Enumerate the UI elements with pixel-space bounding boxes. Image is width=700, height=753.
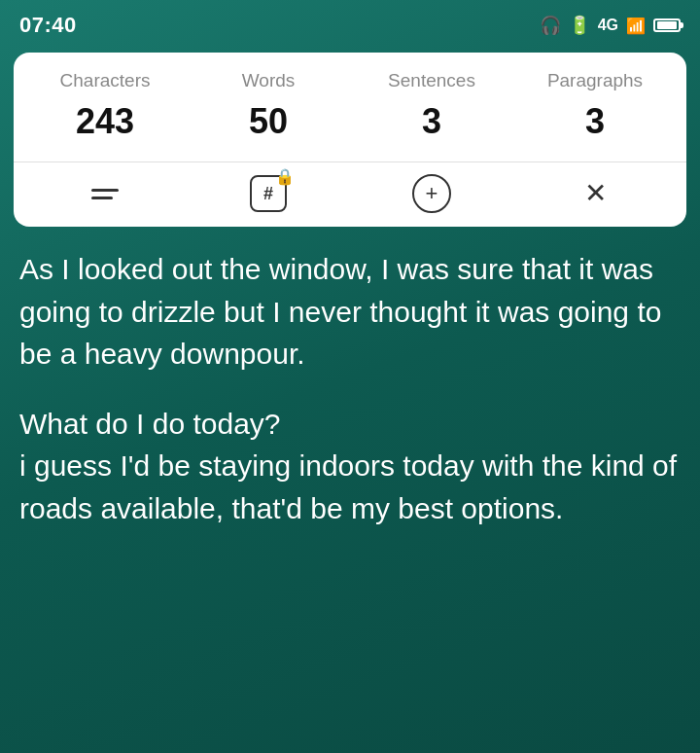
stat-words: Words 50 [187,70,350,142]
stat-characters-label: Characters [60,70,151,91]
stat-words-label: Words [242,70,296,91]
stats-card: Characters 243 Words 50 Sentences 3 Para… [14,53,686,227]
status-time: 07:40 [19,13,77,38]
stat-characters-value: 243 [76,101,134,142]
headphones-icon: 🎧 [540,15,561,36]
paragraph-1-text: As I looked out the window, I was sure t… [19,253,661,370]
signal-bars-icon: 📶 [626,17,646,35]
stat-paragraphs-label: Paragraphs [547,70,643,91]
stat-sentences-label: Sentences [388,70,475,91]
paragraph-2-text: What do I do today?i guess I'd be stayin… [19,408,677,524]
paragraph-2: What do I do today?i guess I'd be stayin… [19,403,681,530]
status-bar: 07:40 🎧 🔋 4G 📶 [0,0,700,49]
paragraph-1: As I looked out the window, I was sure t… [19,248,681,376]
stats-row: Characters 243 Words 50 Sentences 3 Para… [14,53,686,152]
hash-lock-container: # 🔒 [250,175,287,212]
stat-paragraphs-value: 3 [585,101,605,142]
circle-plus-icon: + [412,174,451,213]
close-icon: ✕ [584,180,607,207]
lock-icon: 🔒 [275,167,295,186]
hash-lock-button[interactable]: # 🔒 [187,174,350,213]
text-content-area: As I looked out the window, I was sure t… [0,227,700,553]
signal-4g-icon: 4G [598,17,618,34]
battery-add-icon: 🔋 [569,15,590,36]
stat-paragraphs: Paragraphs 3 [513,70,677,142]
stat-sentences-value: 3 [422,101,441,142]
battery-icon [653,18,681,32]
stat-words-value: 50 [249,101,288,142]
stat-sentences: Sentences 3 [350,70,513,142]
toolbar-row: # 🔒 + ✕ [14,162,686,227]
hamburger-menu-button[interactable] [23,174,187,213]
close-button[interactable]: ✕ [513,174,677,213]
stat-characters: Characters 243 [23,70,187,142]
status-icons: 🎧 🔋 4G 📶 [540,15,681,36]
add-button[interactable]: + [350,174,513,213]
hamburger-icon [91,189,119,199]
